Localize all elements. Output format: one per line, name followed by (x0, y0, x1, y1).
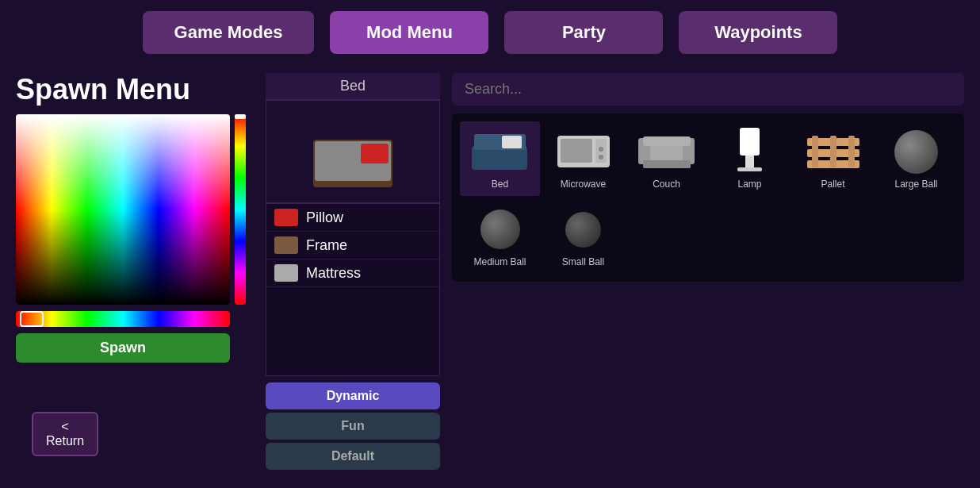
nav-game-modes[interactable]: Game Modes (143, 11, 315, 54)
item-large-ball[interactable]: Large Ball (876, 121, 956, 196)
mattress-label: Mattress (306, 265, 361, 282)
color-bar[interactable] (16, 311, 230, 327)
pallet-label: Pallet (821, 179, 844, 190)
item-lamp[interactable]: Lamp (710, 121, 790, 196)
svg-point-6 (599, 147, 603, 152)
small-ball-icon (552, 206, 615, 253)
top-nav: Game Modes Mod Menu Party Waypoints (0, 0, 980, 65)
spawn-button[interactable]: Spawn (16, 333, 230, 363)
left-panel: Spawn Menu Spawn (16, 73, 254, 470)
search-input[interactable] (452, 73, 964, 106)
item-pallet[interactable]: Pallet (793, 121, 873, 196)
nav-mod-menu[interactable]: Mod Menu (330, 11, 488, 54)
nav-party[interactable]: Party (504, 11, 663, 54)
svg-point-7 (599, 155, 603, 159)
svg-rect-2 (502, 136, 522, 148)
item-small-ball[interactable]: Small Ball (543, 199, 623, 274)
frame-label: Frame (306, 237, 347, 254)
items-grid: Bed Microwave (452, 113, 964, 282)
pillow-color-swatch (274, 209, 298, 226)
small-ball-label: Small Ball (562, 256, 604, 267)
bed-pillow (361, 144, 389, 163)
middle-panel: Bed Pillow Frame M (266, 73, 440, 470)
microwave-label: Microwave (561, 179, 606, 190)
item-couch[interactable]: Couch (626, 121, 706, 196)
svg-rect-11 (643, 160, 691, 168)
part-pillow[interactable]: Pillow (266, 204, 439, 232)
lamp-label: Lamp (737, 179, 761, 190)
color-gradient-area[interactable] (16, 114, 230, 305)
frame-color-swatch (274, 236, 298, 254)
pillow-label: Pillow (306, 209, 343, 226)
physics-default-btn[interactable]: Default (266, 443, 440, 470)
physics-buttons: Dynamic Fun Default (266, 382, 440, 470)
svg-rect-14 (745, 156, 754, 167)
item-preview-label: Bed (266, 73, 440, 100)
large-ball-icon (885, 128, 948, 175)
svg-rect-19 (812, 136, 818, 167)
app-container: Game Modes Mod Menu Party Waypoints Spaw… (0, 0, 980, 488)
item-bed[interactable]: Bed (460, 121, 540, 196)
right-panel: Bed Microwave (452, 73, 964, 470)
bed-3d-preview (309, 116, 396, 187)
physics-fun-btn[interactable]: Fun (266, 413, 440, 440)
svg-rect-15 (737, 167, 762, 171)
pallet-icon (802, 128, 865, 175)
microwave-icon (552, 128, 615, 175)
spawn-menu-title: Spawn Menu (16, 73, 254, 106)
lamp-icon (718, 128, 782, 175)
mattress-color-swatch (274, 264, 298, 282)
hue-slider[interactable] (235, 114, 246, 305)
bed-label: Bed (492, 179, 508, 190)
part-mattress[interactable]: Mattress (266, 259, 439, 287)
medium-ball-icon (469, 206, 532, 253)
part-frame[interactable]: Frame (266, 232, 439, 259)
item-microwave[interactable]: Microwave (543, 121, 623, 196)
return-button[interactable]: < Return (32, 412, 98, 456)
physics-dynamic-btn[interactable]: Dynamic (266, 382, 440, 409)
svg-rect-13 (740, 128, 760, 156)
item-medium-ball[interactable]: Medium Ball (460, 199, 540, 274)
svg-rect-21 (848, 136, 855, 167)
svg-rect-12 (643, 136, 691, 146)
item-preview-box (266, 100, 440, 203)
large-ball-label: Large Ball (894, 179, 937, 190)
couch-label: Couch (653, 179, 680, 190)
svg-rect-4 (561, 139, 592, 163)
main-content: Spawn Menu Spawn Bed (0, 65, 980, 478)
bed-icon (469, 128, 532, 175)
svg-rect-20 (830, 136, 836, 167)
parts-list: Pillow Frame Mattress (266, 203, 440, 376)
medium-ball-label: Medium Ball (473, 256, 526, 267)
nav-waypoints[interactable]: Waypoints (679, 11, 837, 54)
couch-icon (635, 128, 699, 175)
color-picker-wrapper (16, 114, 254, 305)
